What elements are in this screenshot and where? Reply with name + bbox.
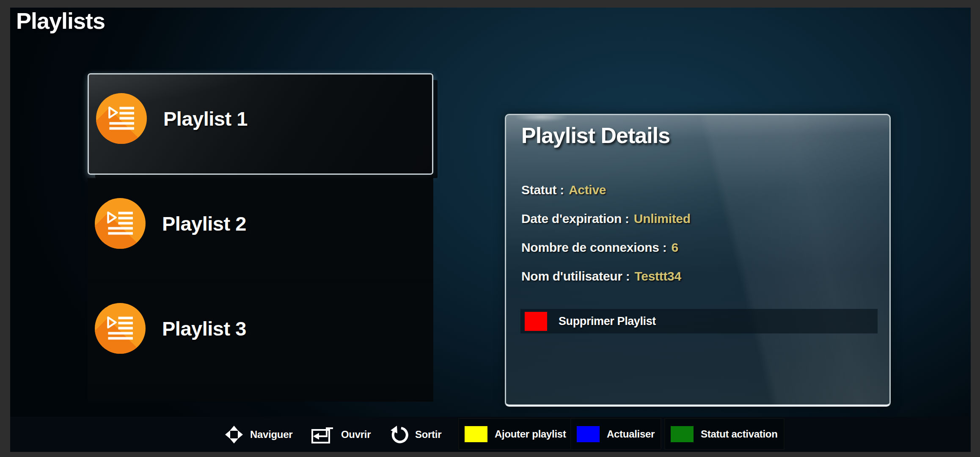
playlist-icon xyxy=(95,303,146,354)
statut-value: Active xyxy=(569,183,606,197)
dpad-icon xyxy=(224,425,244,444)
playlist-icon xyxy=(95,198,146,249)
button-statut-activation[interactable]: Statut activation xyxy=(664,418,785,450)
playlist-item-label: Playlist 3 xyxy=(162,317,246,340)
details-title: Playlist Details xyxy=(521,123,670,148)
connexions-value: 6 xyxy=(671,240,678,255)
hint-sortir: Sortir xyxy=(389,417,441,452)
blue-key-swatch xyxy=(577,426,600,442)
hint-naviguer: Naviguer xyxy=(224,417,292,452)
button-ajouter-playlist[interactable]: Ajouter playlist xyxy=(458,418,573,450)
red-key-swatch xyxy=(525,312,547,331)
hint-ouvrir: Ouvrir xyxy=(311,417,371,452)
details-fields: Statut : Active Date d'expiration : Unli… xyxy=(521,183,691,298)
footer-hint-bar: Naviguer Ouvrir xyxy=(10,417,971,452)
detail-field-statut: Statut : Active xyxy=(521,183,691,198)
playlist-item-label: Playlist 1 xyxy=(163,107,248,130)
playlist-details-panel: Playlist Details Statut : Active Date d'… xyxy=(505,114,891,407)
detail-field-expiration: Date d'expiration : Unlimited xyxy=(521,212,691,227)
playlist-icon xyxy=(96,93,147,144)
playlist-item-1[interactable]: Playlist 1 xyxy=(88,73,433,175)
back-icon xyxy=(389,425,409,444)
expiration-value: Unlimited xyxy=(634,212,691,226)
delete-playlist-button[interactable]: Supprimer Playlist xyxy=(520,309,878,333)
playlist-list: Playlist 1 Playlist xyxy=(88,73,433,402)
detail-field-utilisateur: Nom d'utilisateur : Testtt34 xyxy=(521,269,691,284)
button-actualiser[interactable]: Actualiser xyxy=(570,418,661,450)
utilisateur-value: Testtt34 xyxy=(634,269,681,284)
delete-playlist-label: Supprimer Playlist xyxy=(559,315,656,328)
yellow-key-swatch xyxy=(465,426,487,442)
enter-icon xyxy=(311,425,335,444)
glass-highlight xyxy=(514,114,569,122)
app-screen: Playlists Playlist 1 xyxy=(10,8,971,452)
playlist-item-3[interactable]: Playlist 3 xyxy=(88,283,433,385)
playlist-item-2[interactable]: Playlist 2 xyxy=(88,178,433,280)
page-title: Playlists xyxy=(16,8,105,34)
tv-frame: Playlists Playlist 1 xyxy=(0,0,980,457)
detail-field-connexions: Nombre de connexions : 6 xyxy=(521,240,691,256)
green-key-swatch xyxy=(671,426,694,442)
playlist-item-label: Playlist 2 xyxy=(162,212,246,235)
